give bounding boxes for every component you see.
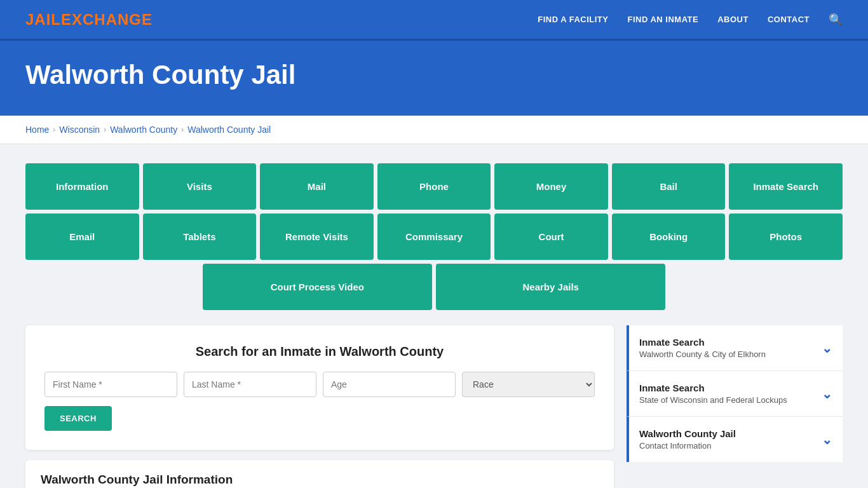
nav-find-facility[interactable]: FIND A FACILITY (538, 15, 608, 24)
tile-phone[interactable]: Phone (377, 163, 491, 210)
tile-court-process-video[interactable]: Court Process Video (203, 264, 432, 310)
age-input[interactable] (323, 372, 456, 397)
search-form-title: Search for an Inmate in Walworth County (44, 344, 595, 359)
main-nav: FIND A FACILITY FIND AN INMATE ABOUT CON… (538, 13, 843, 27)
tile-row-2: Email Tablets Remote Visits Commissary C… (25, 214, 843, 260)
sidebar-card-inner-0[interactable]: Inmate Search Walworth County & City of … (629, 325, 843, 370)
sidebar-card-title-1: Inmate Search (639, 383, 787, 393)
breadcrumb-walworth-county-jail[interactable]: Walworth County Jail (187, 125, 271, 135)
sep-1: › (53, 125, 55, 134)
tile-nearby-jails[interactable]: Nearby Jails (436, 264, 665, 310)
chevron-down-icon-1: ⌄ (822, 386, 832, 402)
page-title: Walworth County Jail (25, 60, 843, 90)
search-icon[interactable]: 🔍 (829, 13, 843, 27)
breadcrumb: Home › Wisconsin › Walworth County › Wal… (25, 125, 843, 135)
tile-booking[interactable]: Booking (612, 214, 726, 260)
sep-2: › (104, 125, 106, 134)
tile-bail[interactable]: Bail (612, 163, 726, 210)
logo-exchange: EXCHANGE (61, 11, 153, 28)
sidebar-card-sub-2: Contact Information (639, 441, 736, 451)
header: JAILEXCHANGE FIND A FACILITY FIND AN INM… (0, 0, 868, 41)
first-name-input[interactable] (44, 372, 177, 397)
search-form-box: Search for an Inmate in Walworth County … (25, 325, 614, 450)
sidebar-card-text-1: Inmate Search State of Wisconsin and Fed… (639, 383, 787, 405)
info-title: Walworth County Jail Information (41, 473, 599, 487)
nav-find-inmate[interactable]: FIND AN INMATE (627, 15, 698, 24)
search-button[interactable]: SEARCH (44, 406, 112, 431)
sidebar-card-sub-1: State of Wisconsin and Federal Lockups (639, 395, 787, 405)
tile-row-1: Information Visits Mail Phone Money Bail… (25, 163, 843, 210)
search-form-row: Race White Black Hispanic Asian Other (44, 372, 595, 397)
breadcrumb-bar: Home › Wisconsin › Walworth County › Wal… (0, 116, 868, 144)
tile-remote-visits[interactable]: Remote Visits (260, 214, 374, 260)
hero-banner: Walworth County Jail (0, 41, 868, 116)
info-section: Walworth County Jail Information (25, 460, 614, 488)
sidebar-card-inner-2[interactable]: Walworth County Jail Contact Information… (629, 417, 843, 462)
tile-email[interactable]: Email (25, 214, 139, 260)
sidebar-card-text-0: Inmate Search Walworth County & City of … (639, 337, 766, 359)
sidebar-card-text-2: Walworth County Jail Contact Information (639, 428, 736, 451)
sidebar-card-contact-info: Walworth County Jail Contact Information… (627, 417, 843, 462)
tile-information[interactable]: Information (25, 163, 139, 210)
tile-commissary[interactable]: Commissary (377, 214, 491, 260)
tile-mail[interactable]: Mail (260, 163, 374, 210)
sidebar: Inmate Search Walworth County & City of … (627, 325, 843, 488)
tile-photos[interactable]: Photos (729, 214, 843, 260)
breadcrumb-walworth-county[interactable]: Walworth County (110, 125, 177, 135)
tile-visits[interactable]: Visits (143, 163, 257, 210)
main-content: Information Visits Mail Phone Money Bail… (0, 144, 868, 488)
sidebar-card-title-0: Inmate Search (639, 337, 766, 348)
nav-about[interactable]: ABOUT (717, 15, 749, 24)
tile-court[interactable]: Court (494, 214, 608, 260)
breadcrumb-home[interactable]: Home (25, 125, 49, 135)
tile-money[interactable]: Money (494, 163, 608, 210)
chevron-down-icon-2: ⌄ (822, 432, 832, 447)
chevron-down-icon-0: ⌄ (822, 341, 832, 356)
tile-row-3: Court Process Video Nearby Jails (25, 264, 843, 310)
lower-section: Search for an Inmate in Walworth County … (25, 325, 843, 488)
sidebar-card-title-2: Walworth County Jail (639, 428, 736, 439)
sidebar-card-inmate-search-walworth: Inmate Search Walworth County & City of … (627, 325, 843, 371)
sidebar-card-sub-0: Walworth County & City of Elkhorn (639, 349, 766, 359)
race-select[interactable]: Race White Black Hispanic Asian Other (462, 372, 595, 397)
sep-3: › (181, 125, 184, 134)
tile-inmate-search[interactable]: Inmate Search (729, 163, 843, 210)
logo-jail: JAIL (25, 11, 61, 28)
breadcrumb-wisconsin[interactable]: Wisconsin (59, 125, 100, 135)
sidebar-card-inner-1[interactable]: Inmate Search State of Wisconsin and Fed… (629, 371, 843, 416)
logo[interactable]: JAILEXCHANGE (25, 11, 153, 29)
sidebar-card-inmate-search-state: Inmate Search State of Wisconsin and Fed… (627, 371, 843, 417)
last-name-input[interactable] (184, 372, 316, 397)
tile-tablets[interactable]: Tablets (143, 214, 257, 260)
nav-contact[interactable]: CONTACT (768, 15, 810, 24)
